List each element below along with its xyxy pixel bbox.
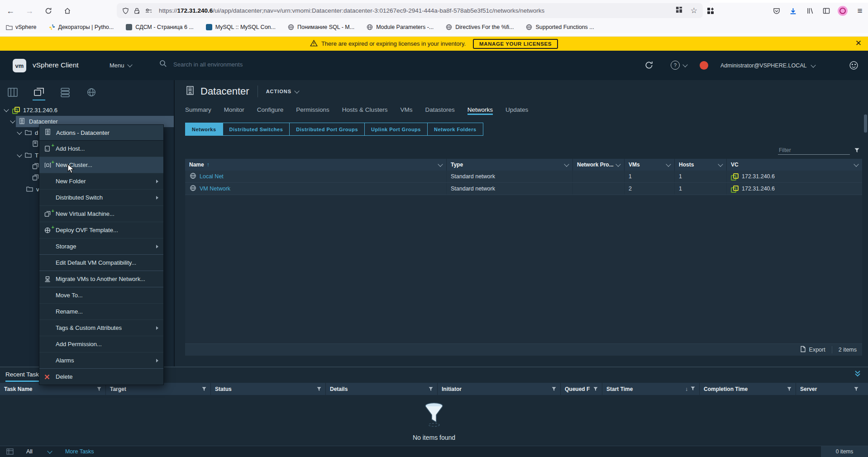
back-button[interactable]: ← bbox=[5, 6, 15, 16]
tree-item-host[interactable] bbox=[32, 138, 38, 150]
menu-item-deploy-ovf[interactable]: + Deploy OVF Template... bbox=[39, 222, 163, 238]
table-row[interactable]: VM Network Standard network 2 1 172.31.2… bbox=[185, 183, 862, 195]
tab-datastores[interactable]: Datastores bbox=[425, 106, 454, 115]
search-input[interactable] bbox=[172, 61, 364, 68]
refresh-icon[interactable] bbox=[644, 61, 653, 71]
filter-funnel-icon[interactable] bbox=[854, 147, 859, 155]
app-menu-icon[interactable]: ≡ bbox=[854, 5, 865, 16]
table-row[interactable]: Local Net Standard network 1 1 172.31.24… bbox=[185, 171, 862, 183]
more-tasks-link[interactable]: More Tasks bbox=[65, 448, 94, 455]
chevron-down-icon[interactable] bbox=[10, 118, 15, 123]
chevron-down-icon[interactable] bbox=[718, 162, 723, 167]
chevron-down-icon[interactable] bbox=[4, 107, 9, 112]
storage-view-icon[interactable] bbox=[59, 85, 72, 100]
feedback-smiley-icon[interactable] bbox=[849, 61, 858, 72]
reload-button[interactable] bbox=[43, 6, 53, 16]
bookmark-star-icon[interactable]: ☆ bbox=[691, 6, 697, 15]
menu-item-edit-default-vm-compatibility[interactable]: Edit Default VM Compatibility... bbox=[39, 254, 163, 271]
column-server[interactable]: Server bbox=[796, 383, 863, 395]
reader-grid-icon[interactable] bbox=[676, 6, 682, 15]
recent-tasks-tab[interactable]: Recent Tasks bbox=[5, 371, 42, 378]
filter-funnel-icon[interactable] bbox=[552, 387, 556, 391]
bookmark-module-params[interactable]: Module Parameters -... bbox=[366, 24, 434, 31]
column-start-time[interactable]: Start Time ↓ bbox=[602, 383, 699, 395]
menu-dropdown[interactable]: Menu bbox=[110, 62, 132, 69]
chevron-down-icon[interactable] bbox=[47, 448, 52, 453]
tree-item-folder-2[interactable]: T bbox=[18, 150, 38, 161]
collapse-panel-icon[interactable] bbox=[854, 370, 861, 377]
menu-item-move-to[interactable]: Move To... bbox=[39, 287, 163, 303]
column-initiator[interactable]: Initiator bbox=[437, 383, 560, 395]
home-button[interactable] bbox=[62, 6, 72, 16]
column-header-type[interactable]: Type bbox=[446, 159, 572, 171]
filter-input[interactable] bbox=[778, 146, 850, 155]
tab-monitor[interactable]: Monitor bbox=[224, 106, 244, 115]
tab-permissions[interactable]: Permissions bbox=[296, 106, 329, 115]
chevron-down-icon[interactable] bbox=[17, 152, 22, 157]
tree-item-folder-3[interactable]: v bbox=[26, 184, 39, 195]
extensions-icon[interactable] bbox=[705, 5, 716, 16]
manage-licenses-button[interactable]: MANAGE YOUR LICENSES bbox=[473, 39, 558, 49]
filter-funnel-icon[interactable] bbox=[202, 387, 206, 391]
downloads-icon[interactable] bbox=[787, 5, 798, 16]
tab-hosts-clusters[interactable]: Hosts & Clusters bbox=[342, 106, 388, 115]
vms-templates-view-icon[interactable] bbox=[33, 85, 45, 100]
lock-warning-icon[interactable] bbox=[134, 7, 140, 14]
subtab-network-folders[interactable]: Network Folders bbox=[427, 123, 483, 136]
chevron-down-icon[interactable] bbox=[666, 162, 671, 167]
tab-configure[interactable]: Configure bbox=[257, 106, 284, 115]
url-bar[interactable]: https://172.31.240.6/ui/app/datacenter;n… bbox=[117, 3, 703, 18]
forward-button[interactable]: → bbox=[24, 6, 34, 16]
menu-item-add-permission[interactable]: Add Permission... bbox=[39, 336, 163, 352]
chevron-down-icon[interactable] bbox=[438, 162, 443, 167]
bookmark-supported-functions[interactable]: Supported Functions ... bbox=[525, 24, 594, 31]
menu-item-new-virtual-machine[interactable]: + New Virtual Machine... bbox=[39, 205, 163, 222]
scrollbar-thumb[interactable] bbox=[864, 114, 867, 133]
permissions-icon[interactable] bbox=[145, 8, 153, 14]
tab-summary[interactable]: Summary bbox=[185, 106, 211, 115]
task-filter-value[interactable]: All bbox=[26, 448, 33, 455]
column-header-vc[interactable]: VC bbox=[726, 159, 862, 171]
tree-item-vm-2[interactable] bbox=[32, 172, 39, 184]
hosts-clusters-view-icon[interactable] bbox=[6, 85, 19, 100]
column-header-name[interactable]: Name↑ bbox=[185, 159, 446, 171]
library-icon[interactable] bbox=[805, 5, 816, 16]
bookmark-sql-1[interactable]: Понимание SQL - М... bbox=[287, 24, 354, 31]
tab-networks[interactable]: Networks bbox=[467, 106, 493, 115]
filter-funnel-icon[interactable] bbox=[317, 387, 321, 391]
menu-item-new-folder[interactable]: New Folder bbox=[39, 173, 163, 189]
column-status[interactable]: Status bbox=[210, 383, 325, 395]
subtab-distributed-switches[interactable]: Distributed Switches bbox=[223, 123, 290, 136]
tab-vms[interactable]: VMs bbox=[400, 106, 412, 115]
bookmark-directives[interactable]: Directives For the %fi... bbox=[445, 24, 514, 31]
tree-item-vcenter[interactable]: 172.31.240.6 bbox=[5, 105, 57, 116]
menu-item-new-cluster[interactable]: + New Cluster... bbox=[39, 157, 163, 173]
tree-item-folder-1[interactable]: d bbox=[18, 127, 38, 138]
tab-updates[interactable]: Updates bbox=[506, 106, 528, 115]
menu-item-rename[interactable]: Rename... bbox=[39, 303, 163, 319]
column-completion-time[interactable]: Completion Time bbox=[699, 383, 796, 395]
recording-indicator[interactable] bbox=[700, 61, 708, 70]
filter-funnel-icon[interactable] bbox=[593, 387, 598, 391]
banner-close-icon[interactable]: ✕ bbox=[855, 38, 862, 48]
subtab-distributed-port-groups[interactable]: Distributed Port Groups bbox=[289, 123, 365, 136]
chevron-down-icon[interactable] bbox=[615, 162, 620, 167]
column-header-network-protocol[interactable]: Network Pro... bbox=[572, 159, 624, 171]
network-link[interactable]: VM Network bbox=[200, 186, 230, 192]
bookmark-vsphere[interactable]: vSphere bbox=[5, 24, 37, 31]
menu-item-storage[interactable]: Storage bbox=[39, 238, 163, 254]
pocket-icon[interactable] bbox=[771, 5, 782, 16]
user-menu[interactable]: Administrator@VSPHERE.LOCAL bbox=[720, 62, 815, 69]
global-search[interactable] bbox=[159, 60, 395, 69]
networking-view-icon[interactable] bbox=[85, 85, 98, 100]
network-link[interactable]: Local Net bbox=[200, 173, 224, 180]
filter-funnel-icon[interactable] bbox=[97, 387, 101, 391]
filter-funnel-icon[interactable] bbox=[854, 387, 858, 391]
menu-item-delete[interactable]: Delete bbox=[39, 368, 163, 385]
sidebar-toggle-icon[interactable] bbox=[821, 5, 832, 16]
bookmark-sdsm[interactable]: СДСМ - Страница 6 ... bbox=[125, 24, 194, 31]
menu-item-add-host[interactable]: + Add Host... bbox=[39, 141, 163, 157]
tree-item-vm-1[interactable] bbox=[32, 161, 39, 172]
column-header-hosts[interactable]: Hosts bbox=[674, 159, 726, 171]
bookmark-mysql[interactable]: MySQL :: MySQL Con... bbox=[205, 24, 276, 31]
